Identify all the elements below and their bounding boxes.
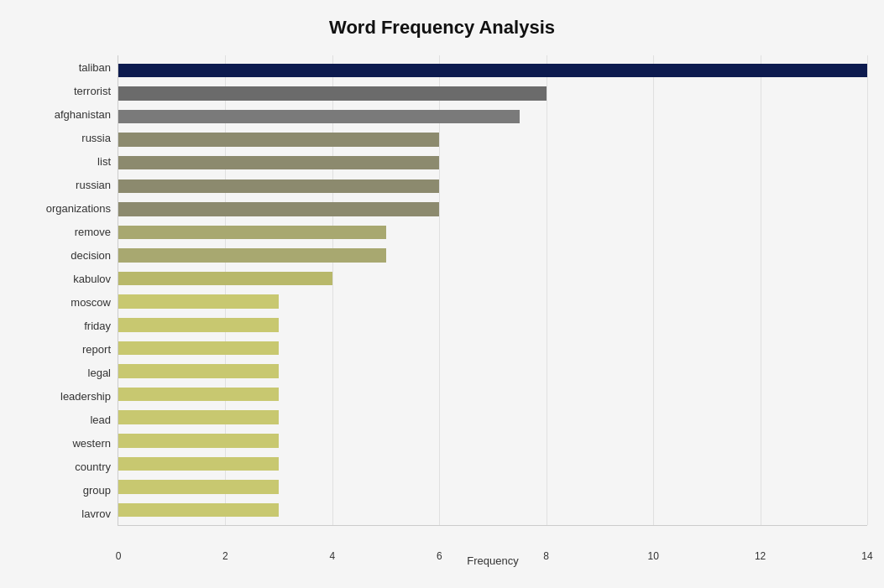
bar xyxy=(118,457,279,471)
y-label: moscow xyxy=(17,297,111,308)
bar-row xyxy=(118,82,867,106)
bars-container xyxy=(118,55,867,525)
y-label: terrorist xyxy=(17,86,111,96)
bar-row xyxy=(118,290,867,314)
y-label: lead xyxy=(17,414,111,425)
bar-row xyxy=(118,59,867,82)
bar-row xyxy=(118,336,867,360)
y-label: group xyxy=(17,485,111,496)
bar xyxy=(118,503,279,518)
y-label: leadership xyxy=(17,391,111,402)
bar xyxy=(118,294,279,309)
bar-row xyxy=(118,151,867,174)
bar xyxy=(118,156,439,170)
y-label: friday xyxy=(17,320,111,331)
y-axis: talibanterroristafghanistanrussialistrus… xyxy=(17,55,118,526)
bar-row xyxy=(118,360,867,383)
bar-row xyxy=(118,406,867,429)
bar-row xyxy=(118,244,867,268)
bar-row xyxy=(118,128,867,152)
bar xyxy=(118,248,386,263)
bar-row xyxy=(118,221,867,244)
bar xyxy=(118,480,279,494)
plot-area: 02468101214 Frequency xyxy=(118,55,867,526)
y-label: western xyxy=(17,438,111,449)
bar xyxy=(118,110,520,124)
y-label: legal xyxy=(17,367,111,378)
bar-row xyxy=(118,267,867,290)
y-label: afghanistan xyxy=(17,109,111,120)
bar xyxy=(118,226,386,240)
bar xyxy=(118,364,279,378)
y-label: taliban xyxy=(17,62,111,73)
y-label: decision xyxy=(17,250,111,261)
bar xyxy=(118,202,439,216)
y-label: remove xyxy=(17,226,111,237)
y-label: report xyxy=(17,344,111,355)
bar xyxy=(118,86,547,101)
bar-row xyxy=(118,476,867,499)
y-label: kabulov xyxy=(17,273,111,284)
bar-row xyxy=(118,314,867,337)
bar-row xyxy=(118,382,867,406)
grid-line xyxy=(867,55,868,525)
y-label: country xyxy=(17,461,111,472)
bar xyxy=(118,410,279,424)
y-label: organizations xyxy=(17,203,111,214)
bar xyxy=(118,434,279,448)
chart-area: talibanterroristafghanistanrussialistrus… xyxy=(17,55,867,526)
bar xyxy=(118,388,279,402)
bar xyxy=(118,272,332,286)
bar-row xyxy=(118,452,867,476)
bar xyxy=(118,180,439,194)
bar-row xyxy=(118,174,867,198)
y-label: russian xyxy=(17,180,111,190)
bar-row xyxy=(118,198,867,221)
y-label: list xyxy=(17,156,111,167)
y-label: russia xyxy=(17,133,111,143)
bar-row xyxy=(118,429,867,453)
y-label: lavrov xyxy=(17,508,111,519)
bar-row xyxy=(118,498,867,522)
chart-container: Word Frequency Analysis talibanterrorist… xyxy=(0,0,884,588)
bar xyxy=(118,133,439,147)
bar xyxy=(118,341,279,356)
bar xyxy=(118,318,279,332)
x-axis-title: Frequency xyxy=(118,554,867,567)
chart-title: Word Frequency Analysis xyxy=(17,17,867,39)
bar xyxy=(118,64,867,78)
bar-row xyxy=(118,105,867,128)
